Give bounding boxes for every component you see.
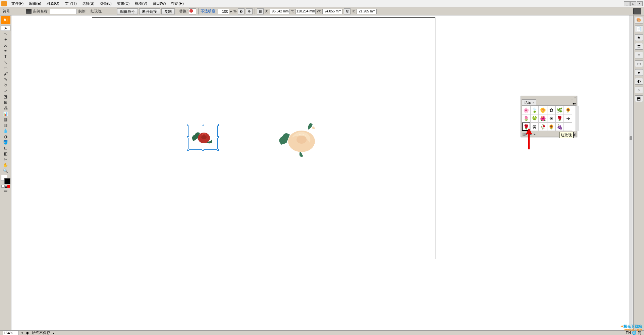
menu-filter[interactable]: 滤镜(L) [97,0,114,7]
dock-layers-icon[interactable]: ⌕ [635,87,643,93]
peach-rose-symbol[interactable] [276,119,323,160]
panel-toggle-icon[interactable] [633,8,641,14]
handle-tr[interactable] [217,124,219,126]
handle-tm[interactable] [202,124,204,126]
pencil-tool[interactable]: ✎ [1,77,10,82]
x-input[interactable] [270,9,290,14]
panel-tab-flowers[interactable]: 花朵 × [522,99,536,105]
symbol-cell[interactable]: 🌼 [539,106,547,114]
replace-swatch[interactable] [189,8,196,14]
menu-object[interactable]: 对象(O) [44,0,62,7]
symbol-cell[interactable]: 🌹 [555,114,564,123]
menu-text[interactable]: 文字(T) [62,0,79,7]
canvas[interactable] [11,15,633,330]
dock-graphic-icon[interactable]: ◐ [635,78,643,85]
scissors-tool[interactable]: ✂ [1,156,10,162]
symbol-cell[interactable]: 🌷 [522,114,530,123]
symbol-cell[interactable]: ➜ [564,114,572,123]
doc-nav-icon[interactable]: ◉ [26,331,29,335]
handle-tl[interactable] [187,124,189,126]
scale-tool[interactable]: ⤢ [1,88,10,94]
dock-doc-icon[interactable]: 📄 [635,26,643,32]
reference-point-icon[interactable]: ▦ [257,8,264,14]
selection-tool[interactable]: ➤ [1,25,10,31]
symbol-cell[interactable]: 🥀 [539,123,547,131]
dock-stroke-icon[interactable]: 〓 [635,43,643,50]
opacity-input[interactable] [218,9,229,14]
dock-symbol-icon[interactable]: ⬒ [635,95,643,102]
dock-trans-icon[interactable]: ⬭ [635,60,643,67]
edit-symbol-button[interactable]: 编辑符号 [117,8,138,14]
graph-tool[interactable]: 📊 [1,111,10,116]
panel-close-icon[interactable]: × [574,96,576,100]
eyedropper-tool[interactable]: 💧 [1,128,10,134]
link-wh-icon[interactable]: ⛓ [344,8,351,14]
next-icon[interactable]: ▸ [534,132,536,136]
instance-name-input[interactable] [50,9,77,14]
lasso-tool[interactable]: ᔕ [1,42,10,48]
break-link-button[interactable]: 断开链接 [139,8,160,14]
symbol-cell[interactable]: 🌻 [564,106,572,114]
maximize-button[interactable]: □ [630,1,636,6]
selection-bbox[interactable] [188,125,218,150]
direct-selection-tool[interactable]: ↖ [1,31,10,37]
handle-mr[interactable] [217,136,219,138]
tab-close-icon[interactable]: × [532,101,534,104]
pen-tool[interactable]: ✒ [1,48,10,54]
opacity-label[interactable]: 不透明度: [201,9,216,14]
warp-tool[interactable]: ⬔ [1,94,10,99]
symbol-cell[interactable]: ✿ [547,106,555,114]
dock-color-icon[interactable]: 🎨 [635,17,643,23]
handle-ml[interactable] [187,136,189,138]
live-paint-tool[interactable]: 🪣 [1,139,10,145]
zoom-dropdown-icon[interactable]: ▾ [21,331,23,335]
paintbrush-tool[interactable]: 🖌 [1,71,10,77]
symbol-cell[interactable]: 🌻 [547,123,555,131]
handle-bm[interactable] [202,149,204,151]
y-input[interactable] [296,9,316,14]
symbol-cell[interactable]: 🍀 [530,114,539,123]
w-input[interactable] [322,9,342,14]
style-icon[interactable]: ◐ [238,8,245,14]
menu-help[interactable]: 帮助(H) [168,0,186,7]
blend-tool[interactable]: ◑ [1,134,10,139]
minimize-button[interactable]: _ [624,1,630,6]
scrollbar-thumb[interactable] [630,136,632,140]
handle-br[interactable] [217,149,219,151]
symbol-sprayer-tool[interactable]: ⁂ [1,105,10,111]
panel-min-icon[interactable]: _ [571,96,573,100]
symbol-cell[interactable]: 🌸 [522,106,530,114]
symbol-cell[interactable] [564,123,572,131]
menu-file[interactable]: 文件(F) [9,0,26,7]
dock-grad-icon[interactable]: ≡ [635,52,643,58]
zoom-tool[interactable]: 🔍 [1,168,10,174]
panel-scrollbar[interactable] [576,106,579,131]
symbol-cell[interactable]: 🍇 [555,123,564,131]
handle-bl[interactable] [187,149,189,151]
symbol-cell[interactable]: ✳ [547,114,555,123]
gradient-tool[interactable]: ▥ [1,122,10,128]
menu-view[interactable]: 视图(V) [132,0,150,7]
menu-select[interactable]: 选择(S) [79,0,97,7]
recolor-icon[interactable]: ⊕ [246,8,253,14]
zoom-input[interactable]: 154% [3,331,19,335]
symbol-cell[interactable]: 🍃 [530,106,539,114]
opacity-arrow-icon[interactable]: ▸ [230,10,232,13]
vertical-scrollbar[interactable] [629,15,633,330]
line-tool[interactable]: ＼ [1,59,10,65]
rotate-tool[interactable]: ↻ [1,82,10,88]
fill-stroke-swatch[interactable] [1,175,10,184]
stroke-swatch[interactable] [4,178,10,184]
color-mode-bar[interactable] [1,185,10,188]
close-button[interactable]: × [637,1,643,6]
screen-mode-tool[interactable]: ▭ [1,188,10,193]
rectangle-tool[interactable]: ▭ [1,65,10,71]
dock-swatch-icon[interactable]: ♣ [635,34,643,41]
menu-effect[interactable]: 效果(C) [114,0,132,7]
crop-tool[interactable]: ⊡ [1,145,10,151]
eraser-tool[interactable]: ◧ [1,151,10,156]
h-input[interactable] [357,9,377,14]
free-transform-tool[interactable]: ⊞ [1,99,10,105]
menu-edit[interactable]: 编辑(E) [26,0,44,7]
symbol-cell[interactable]: 🌺 [539,114,547,123]
